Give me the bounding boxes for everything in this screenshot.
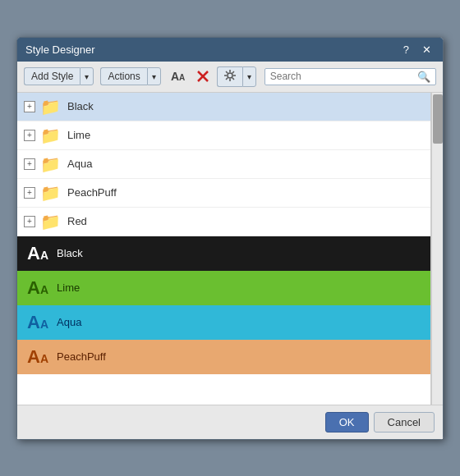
search-input[interactable] — [270, 71, 417, 82]
folder-label-aqua: Aqua — [67, 158, 92, 170]
folder-icon-lime: 📁 — [40, 126, 61, 145]
close-button[interactable]: ✕ — [419, 43, 435, 56]
style-aa-lime: AA — [27, 277, 48, 299]
style-name-lime: Lime — [57, 281, 80, 294]
expand-black[interactable]: + — [24, 101, 35, 112]
add-style-dropdown-arrow[interactable]: ▾ — [80, 67, 94, 85]
cancel-button[interactable]: Cancel — [374, 412, 435, 433]
svg-point-4 — [228, 73, 232, 78]
expand-lime[interactable]: + — [24, 130, 35, 141]
list-area: + 📁 Black + 📁 Lime + 📁 Aqua + 📁 PeachPuf… — [17, 93, 431, 405]
style-aa-aqua: AA — [27, 312, 48, 333]
folder-icon-peachpuff: 📁 — [40, 183, 61, 203]
scroll-thumb[interactable] — [433, 94, 443, 144]
folder-icon-red: 📁 — [40, 212, 61, 231]
style-name-aqua: Aqua — [57, 316, 81, 328]
style-preview-lime[interactable]: AA Lime — [17, 271, 430, 305]
search-icon: 🔍 — [417, 71, 430, 83]
settings-icon-button[interactable] — [217, 66, 242, 87]
style-preview-black[interactable]: AA Black — [17, 236, 430, 271]
actions-dropdown-arrow[interactable]: ▾ — [147, 67, 161, 85]
expand-red[interactable]: + — [24, 216, 35, 227]
scrollbar[interactable] — [431, 93, 443, 405]
svg-text:A: A — [179, 73, 185, 82]
style-name-black: Black — [57, 247, 83, 259]
folder-icon-black: 📁 — [40, 97, 61, 117]
title-bar: Style Designer ? ✕ — [17, 38, 443, 62]
folder-label-red: Red — [67, 215, 87, 227]
add-style-button[interactable]: Add Style — [24, 67, 80, 85]
footer: OK Cancel — [17, 405, 443, 439]
svg-line-11 — [232, 71, 234, 73]
folder-icon-aqua: 📁 — [40, 154, 61, 174]
toolbar: Add Style ▾ Actions ▾ A A — [17, 62, 443, 93]
expand-aqua[interactable]: + — [24, 158, 35, 170]
svg-line-12 — [226, 77, 228, 79]
settings-dropdown-arrow[interactable]: ▾ — [242, 66, 256, 87]
add-style-split-button[interactable]: Add Style ▾ — [24, 67, 94, 85]
svg-line-9 — [226, 71, 228, 73]
folder-row-red[interactable]: + 📁 Red — [17, 208, 430, 236]
style-preview-peach[interactable]: AA PeachPuff — [17, 340, 430, 374]
settings-split-button[interactable]: ▾ — [217, 66, 256, 87]
svg-line-10 — [232, 77, 234, 79]
help-button[interactable]: ? — [400, 43, 412, 56]
folder-label-peachpuff: PeachPuff — [67, 186, 117, 199]
style-aa-peach: AA — [27, 346, 48, 368]
folder-row-aqua[interactable]: + 📁 Aqua — [17, 150, 430, 179]
svg-text:A: A — [171, 70, 179, 83]
actions-button[interactable]: Actions — [100, 67, 146, 85]
title-bar-controls: ? ✕ — [400, 43, 435, 56]
search-box[interactable]: 🔍 — [264, 68, 436, 85]
delete-icon[interactable] — [192, 66, 214, 86]
ok-button[interactable]: OK — [325, 412, 369, 433]
folder-row-black[interactable]: + 📁 Black — [17, 93, 430, 121]
folder-row-peachpuff[interactable]: + 📁 PeachPuff — [17, 179, 430, 208]
font-icon[interactable]: A A — [168, 66, 189, 86]
style-aa-black: AA — [27, 243, 48, 264]
folder-label-black: Black — [67, 100, 94, 112]
gear-icon — [224, 70, 236, 81]
style-name-peach: PeachPuff — [57, 350, 106, 363]
expand-peachpuff[interactable]: + — [24, 187, 35, 199]
folder-label-lime: Lime — [67, 129, 90, 141]
style-designer-dialog: Style Designer ? ✕ Add Style ▾ Actions ▾… — [16, 37, 444, 440]
style-preview-aqua[interactable]: AA Aqua — [17, 305, 430, 340]
content-area: + 📁 Black + 📁 Lime + 📁 Aqua + 📁 PeachPuf… — [17, 93, 443, 405]
dialog-title: Style Designer — [25, 43, 95, 56]
actions-split-button[interactable]: Actions ▾ — [100, 67, 160, 85]
folder-row-lime[interactable]: + 📁 Lime — [17, 121, 430, 150]
